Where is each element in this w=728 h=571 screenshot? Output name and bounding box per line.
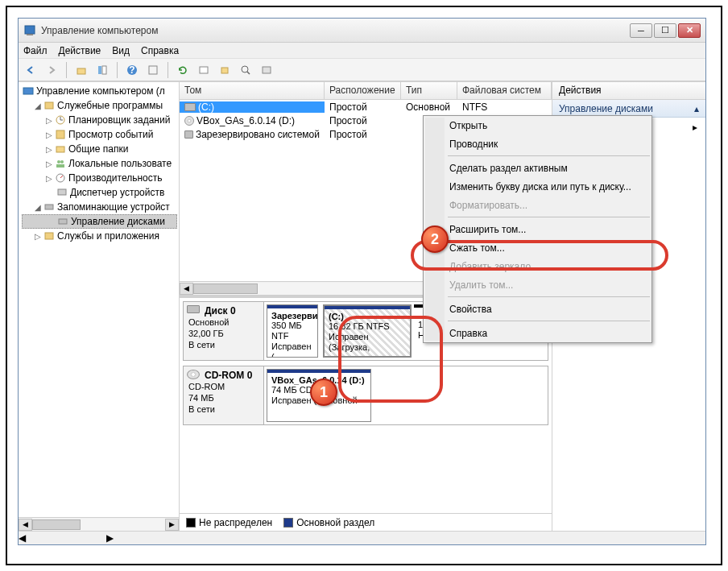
tree-item-devicemgr[interactable]: Диспетчер устройств <box>22 185 177 200</box>
expand-icon[interactable]: ◢ <box>33 203 43 212</box>
tree-group-utilities[interactable]: ◢Служебные программы <box>22 98 177 113</box>
scroll-thumb[interactable] <box>193 283 258 294</box>
tree-item-diskmgmt[interactable]: Управление дисками <box>22 214 177 229</box>
tree-item-scheduler[interactable]: ▷Планировщик заданий <box>22 113 177 127</box>
toolbar-btn-8[interactable] <box>237 61 254 79</box>
minimize-button[interactable]: ─ <box>630 23 652 38</box>
toolbar-btn-7[interactable] <box>216 61 234 79</box>
vol-fs: NTFS <box>457 101 492 113</box>
menu-help[interactable]: Справка <box>141 45 179 56</box>
disk-info[interactable]: Диск 0 Основной 32,00 ГБ В сети <box>184 302 264 360</box>
tree-root-label: Управление компьютером (л <box>36 85 165 97</box>
close-button[interactable]: ✕ <box>678 23 701 38</box>
col-volume[interactable]: Том <box>180 82 325 99</box>
scroll-right-button[interactable]: ▶ <box>165 519 179 531</box>
menu-file[interactable]: Файл <box>23 45 48 56</box>
menu-view[interactable]: Вид <box>112 45 130 56</box>
scroll-left-button[interactable]: ◀ <box>19 519 32 531</box>
disk-type: Основной <box>188 317 259 328</box>
ctx-letter[interactable]: Изменить букву диска или путь к диску... <box>424 177 651 196</box>
tree-label: Диспетчер устройств <box>70 187 164 198</box>
tree-group-storage[interactable]: ◢Запоминающие устройст <box>22 200 177 214</box>
col-fs[interactable]: Файловая систем <box>457 82 552 99</box>
expand-icon[interactable]: ▷ <box>44 145 54 154</box>
expand-icon[interactable]: ▷ <box>44 116 54 125</box>
col-layout[interactable]: Расположение <box>325 82 401 99</box>
ctx-extend[interactable]: Расширить том... <box>424 220 651 238</box>
toolbar-btn-9[interactable] <box>258 61 275 79</box>
disk-type: CD-ROM <box>188 381 259 392</box>
window-title: Управление компьютером <box>41 25 630 36</box>
scroll-thumb[interactable] <box>32 519 81 530</box>
toolbar-btn-4[interactable] <box>144 61 162 79</box>
scroll-left-button[interactable]: ◀ <box>180 283 193 295</box>
expand-icon[interactable]: ▷ <box>44 159 54 168</box>
ctx-properties[interactable]: Свойства <box>424 300 651 318</box>
ctx-separator <box>448 155 650 156</box>
vol-name: (C:) <box>198 101 214 113</box>
back-button[interactable] <box>22 61 39 79</box>
tree-item-shared[interactable]: ▷Общие папки <box>22 142 177 156</box>
tree-item-eventviewer[interactable]: ▷Просмотр событий <box>22 127 177 142</box>
up-button[interactable] <box>72 61 90 79</box>
part-status: Исправен (Загрузка, <box>329 332 406 353</box>
ctx-active[interactable]: Сделать раздел активным <box>424 159 651 177</box>
svg-rect-27 <box>59 219 67 224</box>
disk-icon <box>184 130 193 139</box>
ctx-help[interactable]: Справка <box>424 324 651 342</box>
col-type[interactable]: Тип <box>401 82 457 99</box>
cd-icon <box>187 370 200 379</box>
svg-rect-9 <box>221 68 228 73</box>
ctx-shrink[interactable]: Сжать том... <box>424 238 651 257</box>
expand-icon[interactable]: ▷ <box>44 130 54 139</box>
legend: Не распределен Основной раздел <box>180 513 552 531</box>
toolbar-btn-6[interactable] <box>195 61 213 79</box>
collapse-icon[interactable]: ▴ <box>694 103 699 114</box>
vol-layout: Простой <box>325 115 401 126</box>
disk-info[interactable]: CD-ROM 0 CD-ROM 74 МБ В сети <box>184 366 264 424</box>
expand-icon[interactable]: ◢ <box>33 101 43 110</box>
menu-action[interactable]: Действие <box>59 45 101 56</box>
tree-label: Производительность <box>68 172 162 184</box>
tree-scrollbar[interactable]: ◀ ▶ <box>19 517 179 531</box>
volume-row[interactable]: (C:) Простой Основной NTFS <box>180 100 552 114</box>
bottom-scrollbar[interactable]: ◀ ▶ <box>19 531 705 544</box>
scroll-left-button[interactable]: ◀ <box>19 532 26 544</box>
help-button[interactable]: ? <box>123 61 141 79</box>
svg-rect-4 <box>102 66 106 74</box>
tree-item-performance[interactable]: ▷Производительность <box>22 171 177 185</box>
annotation-badge-2: 2 <box>421 226 449 253</box>
vol-type: Основной <box>401 101 457 113</box>
ctx-explorer[interactable]: Проводник <box>424 134 651 153</box>
scroll-track[interactable] <box>32 519 165 531</box>
tree-label: Общие папки <box>68 143 128 155</box>
vol-layout: Простой <box>325 101 401 113</box>
tree-root[interactable]: Управление компьютером (л <box>22 84 177 98</box>
part-size: 350 МБ NTF <box>271 321 313 341</box>
expand-icon[interactable]: ▷ <box>44 174 54 183</box>
ctx-open[interactable]: Открыть <box>424 116 651 134</box>
forward-button[interactable] <box>43 61 60 79</box>
disk-row: CD-ROM 0 CD-ROM 74 МБ В сети VBox_GAs_6.… <box>183 366 548 425</box>
maximize-button[interactable]: ☐ <box>654 23 676 38</box>
svg-rect-28 <box>45 233 53 239</box>
part-title: Зарезерви <box>271 311 313 321</box>
toolbar-btn-2[interactable] <box>93 61 111 79</box>
svg-rect-12 <box>263 67 271 73</box>
tree-label: Планировщик заданий <box>68 114 170 126</box>
svg-rect-8 <box>200 67 208 73</box>
tree-label: Локальные пользовате <box>68 158 172 169</box>
vol-name: VBox_GAs_6.0.14 (D:) <box>196 115 295 126</box>
chevron-right-icon: ▸ <box>693 122 697 133</box>
legend-label: Основной раздел <box>296 517 374 528</box>
partition-reserved[interactable]: Зарезерви 350 МБ NTF Исправен ( <box>267 304 318 358</box>
tree-item-users[interactable]: ▷Локальные пользовате <box>22 156 177 171</box>
svg-point-20 <box>57 160 60 163</box>
scroll-right-button[interactable]: ▶ <box>106 532 114 544</box>
expand-icon[interactable]: ▷ <box>33 232 43 241</box>
refresh-button[interactable] <box>174 61 192 79</box>
partition-c[interactable]: (C:) 16,82 ГБ NTFS Исправен (Загрузка, <box>323 304 412 358</box>
tree-label: Службы и приложения <box>57 230 159 242</box>
actions-header: Действия <box>552 82 705 100</box>
tree-group-services[interactable]: ▷Службы и приложения <box>22 229 177 243</box>
